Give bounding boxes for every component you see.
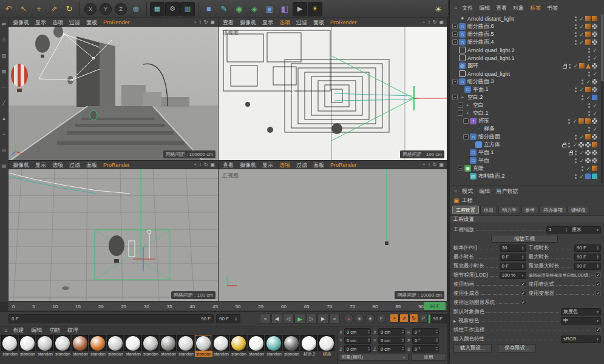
checker-tag-icon[interactable] [592, 87, 597, 92]
record-mode-button[interactable]: P [376, 314, 386, 323]
object-row[interactable]: +▤布料曲面.2✓ [450, 172, 602, 180]
camera-icon[interactable]: ▶ [293, 2, 307, 16]
render-queue-icon[interactable]: ▥ [180, 2, 195, 16]
checker-tag-icon[interactable] [585, 158, 591, 163]
checker-tag-icon[interactable] [592, 24, 597, 29]
spinner-icon[interactable] [597, 264, 599, 269]
teal-tag-icon[interactable] [592, 174, 597, 179]
mat-tag-icon[interactable] [585, 118, 591, 124]
enabled-check-icon[interactable]: ✓ [579, 16, 584, 22]
value-field[interactable]: 灰度色▼ [561, 308, 601, 315]
deformer-icon[interactable]: ◧ [277, 2, 292, 16]
primitive-cube-icon[interactable]: ■ [202, 2, 216, 16]
object-row[interactable]: +□平面.1✓ [450, 149, 602, 157]
expand-toggle-icon[interactable]: + [452, 32, 458, 37]
spinner-icon[interactable] [597, 255, 599, 260]
attribute-tab[interactable]: 动力学 [498, 206, 520, 214]
move-icon[interactable]: + [32, 2, 46, 16]
spinner-icon[interactable] [402, 346, 404, 351]
visibility-dots-icon[interactable] [575, 40, 577, 45]
toggle-view-icon[interactable]: ▣ [210, 19, 215, 25]
checkbox[interactable]: ✓ [596, 327, 601, 332]
visibility-dots-icon[interactable] [588, 103, 590, 108]
expand-toggle-icon[interactable]: − [458, 103, 463, 108]
checkbox[interactable]: ✓ [521, 281, 526, 287]
visibility-dots-icon[interactable] [588, 111, 590, 116]
toggle-view-icon[interactable]: ▣ [439, 162, 444, 167]
model-mode-icon[interactable]: ◇ [1, 36, 8, 44]
visibility-dots-icon[interactable] [588, 127, 590, 132]
object-manager-menu-item[interactable]: 对象 [510, 4, 527, 12]
spinner-icon[interactable] [402, 338, 404, 343]
enabled-check-icon[interactable]: ✓ [572, 118, 577, 124]
render-view-icon[interactable]: ▦ [150, 2, 165, 16]
mat-tag-icon[interactable] [579, 63, 585, 69]
enabled-check-icon[interactable]: ✓ [592, 55, 597, 61]
mat-tag-icon[interactable] [579, 118, 584, 124]
object-row[interactable]: +☀Arnold distant_light✓ [450, 15, 602, 22]
rotate-view-icon[interactable]: ↻ [204, 19, 208, 25]
object-manager-menu-item[interactable]: 书签 [544, 4, 561, 12]
expand-toggle-icon[interactable]: + [452, 24, 458, 29]
enabled-check-icon[interactable]: ✓ [579, 158, 584, 164]
panel-grip-icon[interactable]: ≡ [452, 5, 459, 11]
current-frame-marker[interactable]: 90 F [424, 302, 446, 310]
viewport-menu-item[interactable]: 面板 [83, 161, 100, 169]
zoom-view-icon[interactable]: ↕ [199, 162, 202, 167]
coordinate-field[interactable]: 0 cm [378, 345, 405, 352]
front-canvas[interactable] [219, 169, 447, 302]
blue-tag-icon[interactable] [592, 95, 597, 100]
enabled-check-icon[interactable]: ✓ [579, 134, 584, 140]
spinner-icon[interactable] [368, 338, 370, 343]
viewport-menu-item[interactable]: 过滤 [293, 18, 310, 27]
viewport-menu-item[interactable]: 面板 [310, 161, 327, 169]
apply-button[interactable]: 应用 [411, 354, 446, 361]
key-scale-toggle[interactable]: ⇗ [399, 314, 409, 323]
checker-tag-icon[interactable] [592, 32, 597, 37]
lock-x-icon[interactable]: X [84, 3, 97, 15]
visibility-dots-icon[interactable] [569, 64, 571, 69]
texture-mode-icon[interactable]: ▨ [1, 52, 8, 59]
material-item[interactable]: standan [1, 335, 19, 357]
value-field[interactable]: sRGB▼ [561, 335, 601, 343]
material-item[interactable]: standan [160, 335, 177, 357]
checkbox[interactable]: ✓ [596, 272, 601, 278]
material-item[interactable]: 材质 [318, 335, 336, 357]
viewport-menu-item[interactable]: 显示 [259, 18, 276, 27]
visibility-dots-icon[interactable] [582, 79, 583, 84]
scrollbar-thumb[interactable] [601, 15, 603, 81]
generator-icon[interactable]: ◈ [247, 2, 262, 16]
viewport-menu-item[interactable]: 面板 [310, 18, 327, 27]
mat-tag-icon[interactable] [585, 24, 591, 29]
viewport-menu-item[interactable]: 过滤 [66, 18, 83, 27]
material-item[interactable]: standan [265, 335, 283, 357]
rotate-view-icon[interactable]: ↻ [204, 162, 208, 167]
material-item[interactable]: 材质.2 [300, 335, 318, 357]
visibility-dots-icon[interactable] [575, 174, 577, 179]
spinner-icon[interactable] [436, 338, 438, 343]
enabled-check-icon[interactable]: ✓ [592, 103, 597, 109]
mat-tag-icon[interactable] [585, 134, 591, 140]
viewport-menu-item[interactable]: 选项 [276, 161, 293, 169]
enabled-check-icon[interactable]: ✓ [579, 39, 584, 46]
spinner-icon[interactable] [368, 329, 370, 334]
object-row[interactable]: +Arnold quad_light.2✓ [450, 46, 602, 54]
expand-arrow-icon[interactable]: ▸ [453, 318, 458, 324]
material-menu-item[interactable]: 功能 [46, 326, 64, 334]
expand-toggle-icon[interactable]: − [452, 79, 458, 84]
points-mode-icon[interactable]: ∴ [1, 84, 8, 91]
key-rotation-toggle[interactable]: ↻ [409, 314, 418, 323]
panel-grip-icon[interactable]: ≡ [2, 328, 9, 334]
coordinate-system-icon[interactable]: ⊕ [129, 2, 143, 16]
viewport-menu-item[interactable]: 选项 [49, 18, 66, 27]
visibility-dots-icon[interactable] [575, 135, 577, 140]
value-field[interactable]: 100 %▼ [500, 272, 526, 279]
blue-tag-icon[interactable] [585, 174, 591, 179]
enabled-check-icon[interactable]: ✓ [586, 79, 591, 85]
material-item[interactable]: standan [230, 335, 248, 357]
render-settings-icon[interactable]: ⚙ [165, 2, 180, 16]
visibility-dots-icon[interactable] [575, 32, 577, 37]
expand-toggle-icon[interactable]: + [452, 39, 458, 45]
attribute-menu-item[interactable]: 模式 [459, 187, 476, 195]
viewport-menu-item[interactable]: 显示 [32, 161, 49, 169]
